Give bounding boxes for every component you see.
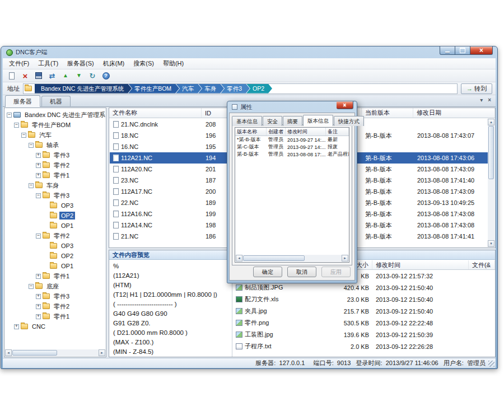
scroll-right-icon[interactable]: ►: [99, 349, 105, 356]
第-B-版本[interactable]: 第-B-版本 管理员 2013-08-08 17:... 老产品程序: [235, 151, 349, 158]
column-creator[interactable]: 创建者: [267, 128, 286, 136]
column-note[interactable]: 备注: [326, 128, 349, 136]
menu-item[interactable]: 工具(T): [34, 58, 63, 69]
tree-item[interactable]: OP3: [5, 241, 105, 251]
tree-item[interactable]: 零件3: [5, 190, 105, 200]
expand-icon[interactable]: [36, 153, 41, 158]
expand-icon[interactable]: [14, 123, 19, 128]
expand-icon[interactable]: [14, 324, 19, 329]
breadcrumb-item[interactable]: 零件3: [221, 84, 250, 94]
address-field[interactable]: Bandex DNC 先进生产管理系统零件生产BOM汽车车身零件3OP2: [23, 83, 458, 94]
breadcrumb-item[interactable]: OP2: [246, 84, 272, 94]
tree-item[interactable]: 汽车: [5, 130, 105, 140]
close-panel-icon[interactable]: [488, 97, 491, 103]
dialog-tab[interactable]: 基本信息: [232, 116, 262, 126]
tree-item[interactable]: OP3: [5, 200, 105, 211]
save-icon[interactable]: [33, 71, 44, 81]
scroll-up-icon[interactable]: ▲: [488, 119, 494, 125]
column-time[interactable]: 修改时间: [372, 260, 469, 269]
breadcrumb-item[interactable]: 汽车: [176, 84, 202, 94]
scroll-left-icon[interactable]: ◄: [5, 349, 12, 356]
dialog-tab[interactable]: 安全: [263, 116, 282, 126]
tree-item[interactable]: 零件1: [5, 311, 105, 321]
dialog-titlebar[interactable]: 属性: [229, 101, 355, 113]
menu-item[interactable]: 服务器(S): [63, 58, 99, 69]
breadcrumb-item[interactable]: 车身: [198, 84, 224, 94]
menu-item[interactable]: 机床(M): [99, 58, 129, 69]
column-file-name[interactable]: 文件名称: [109, 108, 202, 118]
expand-icon[interactable]: [36, 173, 41, 178]
dialog-close-button[interactable]: [337, 101, 353, 109]
tree-item[interactable]: OP1: [5, 221, 105, 231]
view-tab[interactable]: 机器: [41, 96, 71, 106]
tree-item[interactable]: 零件2: [5, 160, 105, 170]
tree-item[interactable]: 零件2: [5, 231, 105, 241]
scroll-right-icon[interactable]: ►: [342, 255, 348, 262]
dialog-button[interactable]: 应用: [321, 267, 351, 277]
tree-hscrollbar[interactable]: ◄ ►: [5, 349, 105, 356]
view-tab[interactable]: 服务器: [5, 95, 40, 107]
dialog-button[interactable]: 取消: [287, 267, 316, 277]
夹具.jpg[interactable]: 夹具.jpg 215.7 KB 2013-09-12 21:50:40: [232, 305, 495, 317]
tree-item[interactable]: 零件3: [5, 150, 105, 160]
column-modify-time[interactable]: 修改时间: [286, 128, 326, 136]
column-modified-date[interactable]: 修改日期: [413, 108, 495, 118]
scroll-thumb[interactable]: [12, 350, 57, 356]
scroll-thumb[interactable]: [488, 126, 494, 179]
column-version-name[interactable]: 版本名称: [235, 128, 267, 136]
expand-icon[interactable]: [29, 183, 34, 188]
tree-item[interactable]: 轴承: [5, 140, 105, 150]
titlebar[interactable]: DNC客户端: [3, 46, 496, 58]
tree-item[interactable]: CNC: [5, 321, 105, 332]
dialog-tab[interactable]: 快捷方式: [334, 116, 364, 126]
expand-icon[interactable]: [36, 163, 41, 168]
tree-item[interactable]: 底座: [5, 281, 105, 291]
file-list-vscrollbar[interactable]: ▲ ▼: [488, 119, 494, 247]
version-list-hscrollbar[interactable]: ◄ ►: [236, 255, 348, 262]
tree-item[interactable]: OP1: [5, 261, 105, 271]
dialog-tab[interactable]: 摘要: [283, 116, 302, 126]
expand-icon[interactable]: [36, 314, 41, 319]
breadcrumb-item[interactable]: Bandex DNC 先进生产管理系统: [35, 84, 132, 94]
tree-item[interactable]: Bandex DNC 先进生产管理系统: [5, 110, 105, 120]
menu-item[interactable]: 搜索(S): [129, 58, 158, 69]
tree-item[interactable]: OP2: [5, 211, 105, 221]
零件.png[interactable]: 零件.png 530.5 KB 2013-09-12 22:22:48: [232, 317, 495, 329]
配刀文件.xls[interactable]: 配刀文件.xls 23.0 KB 2013-09-12 21:50:40: [232, 293, 495, 305]
tree-item[interactable]: OP2: [5, 251, 105, 261]
tree-item[interactable]: 零件2: [5, 301, 105, 311]
expand-icon[interactable]: [36, 193, 41, 198]
column-file[interactable]: 文件(&: [469, 260, 495, 269]
transfer-icon[interactable]: [46, 71, 58, 81]
scroll-thumb[interactable]: [243, 255, 305, 261]
refresh-icon[interactable]: [87, 71, 98, 81]
制品顶图.JPG[interactable]: 制品顶图.JPG 420.4 KB 2013-09-12 21:50:40: [232, 282, 495, 293]
resize-grip[interactable]: [488, 361, 494, 367]
upload-icon[interactable]: [60, 71, 71, 81]
scroll-left-icon[interactable]: ◄: [236, 255, 242, 262]
dropdown-icon[interactable]: [480, 97, 483, 103]
expand-icon[interactable]: [36, 274, 41, 279]
expand-icon[interactable]: [29, 143, 34, 148]
*第-B-版本[interactable]: *第-B-版本 管理员 2013-09-27 14:... 最新: [235, 136, 349, 143]
expand-icon[interactable]: [36, 234, 41, 239]
tree-item[interactable]: 零件1: [5, 170, 105, 180]
minimize-button[interactable]: [440, 46, 455, 55]
expand-icon[interactable]: [7, 113, 12, 118]
子程序.txt[interactable]: 子程序.txt 2.0 KB 2013-09-12 22:26:28: [232, 340, 495, 352]
第-C-版本[interactable]: 第-C-版本 管理员 2013-09-27 14:... 报废: [235, 143, 349, 151]
new-file-icon[interactable]: [6, 71, 17, 81]
工装图.jpg[interactable]: 工装图.jpg 139.6 KB 2013-09-12 21:50:39: [232, 329, 495, 340]
go-button[interactable]: 转到: [461, 83, 492, 94]
tree-item[interactable]: 零件3: [5, 291, 105, 301]
download-icon[interactable]: [73, 71, 85, 81]
help-icon[interactable]: [100, 71, 111, 81]
menu-item[interactable]: 文件(F): [4, 58, 34, 69]
scroll-down-icon[interactable]: ▼: [488, 240, 494, 247]
expand-icon[interactable]: [36, 294, 41, 299]
tree-item[interactable]: 零件生产BOM: [5, 120, 105, 130]
maximize-button[interactable]: [455, 46, 470, 55]
column-current-version[interactable]: 当前版本: [362, 108, 413, 118]
dialog-tab[interactable]: 版本信息: [303, 115, 333, 126]
delete-icon[interactable]: [20, 71, 31, 81]
